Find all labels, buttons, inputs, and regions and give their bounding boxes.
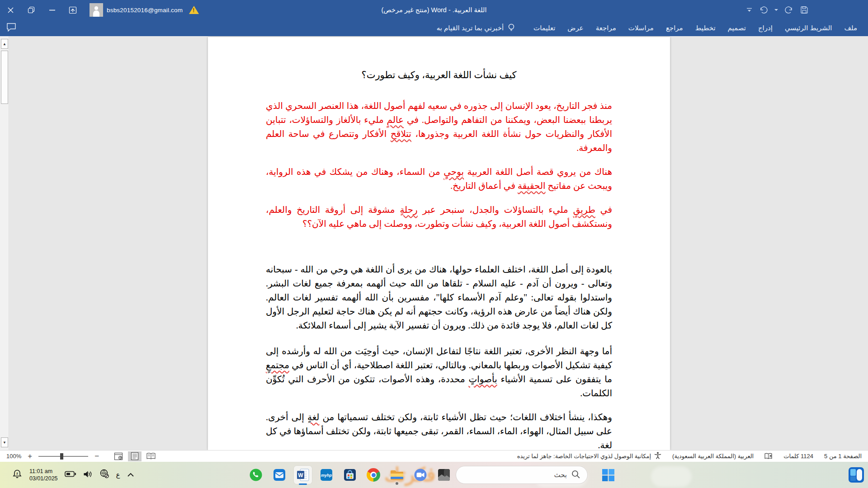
- minimize-window-button[interactable]: [42, 0, 62, 20]
- keyboard-language-indicator[interactable]: ع: [116, 471, 120, 479]
- close-window-button[interactable]: [0, 0, 21, 20]
- volume-icon[interactable]: [83, 470, 93, 480]
- redo-icon[interactable]: [785, 6, 793, 14]
- ribbon-tab-home[interactable]: الشريط الرئيسي: [785, 24, 832, 32]
- zoom-out-button[interactable]: −: [94, 452, 99, 461]
- paragraph-black-2: أما وجهة النظر الأخرى، تعتبر اللغة نتاجً…: [266, 344, 612, 400]
- zoom-level[interactable]: 100%: [6, 453, 21, 460]
- search-icon: [571, 470, 580, 480]
- taskbar-mail-icon[interactable]: [270, 466, 288, 484]
- paragraph-red-2: هناك من يروي قصة أصل اللغة العربية بوحيٍ…: [266, 165, 612, 193]
- document-heading: كيف نشأت اللغة العربية، وكيف تطورت؟: [266, 70, 612, 81]
- proofing-errors-icon[interactable]: [764, 453, 773, 460]
- wallpaper-art: [651, 466, 692, 487]
- ribbon-tab-layout[interactable]: تخطيط: [695, 24, 716, 32]
- taskbar-store-icon[interactable]: [341, 466, 359, 484]
- language-indicator[interactable]: العربية (المملكة العربية السعودية): [672, 453, 754, 460]
- tell-me-box[interactable]: أخبرني بما تريد القيام به: [437, 23, 515, 33]
- account-avatar[interactable]: [90, 3, 103, 17]
- scrollbar-thumb[interactable]: [1, 51, 8, 104]
- lightbulb-icon: [508, 23, 515, 33]
- battery-icon[interactable]: [65, 471, 76, 479]
- ribbon-tab-design[interactable]: تصميم: [728, 24, 746, 32]
- ribbon-tab-mailings[interactable]: مراسلات: [628, 24, 654, 32]
- ribbon-tab-help[interactable]: تعليمات: [533, 24, 555, 32]
- ribbon-tab-bar: ملفالشريط الرئيسيإدراجتصميمتخطيطمراجعمرا…: [0, 20, 868, 36]
- ribbon-display-options-button[interactable]: [62, 0, 83, 20]
- tell-me-label: أخبرني بما تريد القيام به: [437, 24, 504, 32]
- ribbon-tab-insert[interactable]: إدراج: [758, 24, 773, 32]
- ribbon-tab-file[interactable]: ملف: [844, 24, 857, 32]
- scroll-up-button[interactable]: ▲: [1, 39, 8, 49]
- document-workspace: ▲ ▼ كيف نشأت اللغة العربية، وكيف تطورت؟ …: [0, 36, 868, 450]
- taskbar-word-icon[interactable]: W: [294, 466, 312, 484]
- paragraph-black-1: بالعودة إلى أصل اللغة، اختلف العلماء حول…: [266, 263, 612, 333]
- ribbon-tab-view[interactable]: عرض: [567, 24, 583, 32]
- account-email[interactable]: bsbs20152016@gmail.com: [107, 7, 183, 14]
- warning-icon[interactable]: [189, 6, 199, 14]
- taskbar-whatsapp-icon[interactable]: [247, 466, 265, 484]
- taskbar-date: 03/01/2025: [29, 475, 58, 482]
- taskbar-search-box[interactable]: بحث: [456, 466, 588, 484]
- save-icon[interactable]: [801, 6, 808, 14]
- vertical-scrollbar[interactable]: ▲ ▼: [0, 36, 9, 450]
- taskbar-myhp-icon[interactable]: myhp: [317, 466, 335, 484]
- taskbar-meet-icon[interactable]: [411, 466, 429, 484]
- system-tray: z 11:01 am 03/01/2025 ع: [12, 462, 134, 488]
- title-bar: bsbs20152016@gmail.com اللغة العربية. - …: [0, 0, 868, 20]
- print-layout-view-icon[interactable]: [128, 451, 142, 461]
- paragraph-red-3: في طريقٍ مليء بالتساؤلات والجدل، سنبحر ع…: [266, 203, 612, 231]
- zoom-slider[interactable]: [38, 456, 88, 457]
- windows-taskbar: فكرتك z 11:01 am 03/01/2025 ع: [0, 462, 868, 488]
- network-globe-icon[interactable]: [99, 469, 109, 481]
- accessibility-icon: [654, 452, 661, 460]
- hidden-icons-chevron[interactable]: [127, 471, 134, 479]
- ribbon-tab-references[interactable]: مراجع: [666, 24, 683, 32]
- paragraph-red-1: منذ فجر التاريخ، يعود الإنسان إلى جذوره …: [266, 99, 612, 155]
- taskbar-clock[interactable]: 11:01 am 03/01/2025: [29, 468, 58, 483]
- start-button[interactable]: [602, 469, 614, 483]
- zoom-slider-thumb[interactable]: [60, 453, 63, 460]
- accessibility-status[interactable]: إمكانية الوصول لذوي الاحتياجات الخاصة: ج…: [517, 452, 661, 460]
- ribbon-tab-review[interactable]: مراجعة: [596, 24, 616, 32]
- taskbar-app-icons: Wmyhp: [247, 466, 453, 484]
- restore-window-button[interactable]: [21, 0, 42, 20]
- read-mode-view-icon[interactable]: [144, 451, 158, 461]
- widgets-icon: [848, 477, 864, 484]
- word-application-window: bsbs20152016@gmail.com اللغة العربية. - …: [0, 0, 868, 488]
- svg-text:z: z: [16, 471, 18, 475]
- undo-icon[interactable]: [759, 6, 767, 14]
- comments-icon[interactable]: [6, 23, 16, 33]
- zoom-in-button[interactable]: +: [28, 452, 32, 461]
- taskbar-time: 11:01 am: [29, 468, 58, 475]
- document-page[interactable]: كيف نشأت اللغة العربية، وكيف تطورت؟ منذ …: [208, 37, 670, 450]
- widgets-button[interactable]: [848, 467, 864, 485]
- customize-qat-icon[interactable]: [747, 8, 752, 13]
- scroll-down-button[interactable]: ▼: [1, 437, 8, 447]
- search-placeholder: بحث: [554, 471, 567, 479]
- page-indicator[interactable]: الصفحة 1 من 5: [824, 453, 862, 460]
- word-count[interactable]: 1124 كلمات: [783, 453, 813, 460]
- taskbar-chrome-icon[interactable]: [364, 466, 382, 484]
- svg-text:W: W: [298, 472, 303, 479]
- paragraph-black-3: وهكذا، ينشأ اختلاف اللغات؛ حيث تظل الأشي…: [266, 410, 612, 450]
- notification-bell-icon[interactable]: z: [12, 469, 23, 481]
- undo-dropdown-icon[interactable]: [774, 9, 778, 11]
- document-content: كيف نشأت اللغة العربية، وكيف تطورت؟ منذ …: [208, 37, 670, 450]
- quick-access-toolbar: [747, 0, 808, 20]
- windows-logo-icon: [602, 475, 614, 483]
- svg-text:myhp: myhp: [321, 473, 332, 478]
- taskbar-explorer-icon[interactable]: [388, 466, 406, 484]
- taskbar-photos-icon[interactable]: [435, 466, 453, 484]
- web-layout-view-icon[interactable]: [112, 451, 125, 461]
- status-bar: 100% + − الصفحة 1 من 5 1124 كلمات: [0, 450, 868, 462]
